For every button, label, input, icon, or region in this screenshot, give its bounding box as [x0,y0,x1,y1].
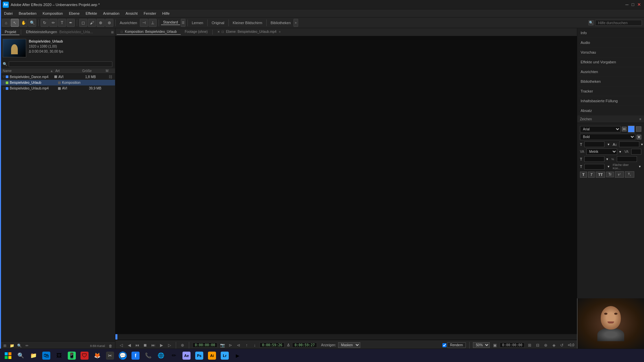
taskbar-play[interactable]: ▶ [232,350,243,361]
menu-animation[interactable]: Animation [100,11,122,16]
render-checkbox[interactable] [442,343,446,347]
taskbar-store[interactable]: 🛍 [41,350,52,361]
time-end[interactable]: 0:00:59:26 [260,343,284,348]
font-edit-icon[interactable]: ✏ [622,127,627,131]
new-folder-btn[interactable]: 📁 [9,343,15,349]
project-item-2[interactable]: ▽ Beispielvideo_Urlaub.mp4 AVI 39,9 MB [0,85,115,91]
ctrl-prev-frame[interactable]: ⏮ [134,342,140,348]
font-select[interactable]: Arial [580,126,621,132]
tab-ebene[interactable]: ✕ □ Ebene: Beispielvideo_Urlaub.mp4 ≡ [213,29,284,35]
taskbar-shield[interactable]: 🛡 [79,350,90,361]
ctrl-next-frame[interactable]: ⏭ [150,342,156,348]
ctrl-play-back[interactable]: ◀ [126,342,132,348]
close-button[interactable]: ✕ [637,2,641,7]
tool-align-2[interactable]: ⊥ [149,19,157,27]
search-btn[interactable]: 🔍 [16,343,23,349]
help-search-input[interactable] [595,20,642,26]
ctrl-aspect[interactable]: ▣ [492,342,498,348]
caps-btn[interactable]: TT [596,172,605,178]
ctrl-marker5[interactable]: ↺ [559,342,565,348]
tool-text[interactable]: T [58,19,66,27]
panel-effekte[interactable]: Effekte und Vorgaben [577,57,644,67]
taskbar-explorer[interactable]: 📁 [28,350,39,361]
panel-ausrichten[interactable]: Ausrichten [577,67,644,77]
workspace-standard[interactable]: Standard [161,20,180,25]
tool-zoom-in[interactable]: 🔍 [28,19,36,27]
workspace-original[interactable]: Original [210,21,226,25]
menu-ansicht[interactable]: Ansicht [123,11,140,16]
leading-input[interactable]: 325 Px [619,141,639,147]
menu-komposition[interactable]: Komposition [40,11,66,16]
font-size-input[interactable]: 300 Px [584,141,604,147]
zoom-select[interactable]: 50% [473,342,490,348]
project-search-input[interactable] [9,61,112,67]
ctrl-flow2[interactable]: ⊲ [235,342,241,348]
ctrl-marker1[interactable]: ⊞ [527,342,533,348]
taskbar-lr[interactable]: Lr [219,350,230,361]
panel-vorschau[interactable]: Vorschau [577,48,644,57]
flow-btn[interactable]: ✏ [23,343,30,349]
menu-bearbeiten[interactable]: Bearbeiten [16,11,39,16]
smallcaps-btn[interactable]: Tr [606,172,614,177]
ctrl-camera[interactable]: 📷 [219,342,225,348]
sub-btn[interactable]: T↓ [625,171,634,178]
panel-info[interactable]: Info [577,28,644,38]
minimize-button[interactable]: ─ [625,2,629,7]
ctrl-stop[interactable]: ⏹ [142,342,148,348]
tool-rotate[interactable]: ↻ [41,19,49,27]
panel-tracker[interactable]: Tracker [577,86,644,96]
project-item-0[interactable]: ▽ Beispielvideo_Dance.mp4 AVI 1,8 MB ⛓ [0,74,115,80]
workspace-small[interactable]: Kleiner Bildschirm [231,21,264,25]
stroke-color-box[interactable] [636,126,641,132]
panel-audio[interactable]: Audio [577,38,644,48]
tool-paint[interactable]: 🖌 [88,19,96,27]
taskbar-firefox[interactable]: 🦊 [92,350,103,361]
panel-absatz[interactable]: Absatz [577,106,644,116]
ctrl-flow4[interactable]: ↓ [252,342,258,348]
taskbar-scissors[interactable]: ✂ [105,350,115,361]
workspace-libraries[interactable]: Bibliotheken [269,21,293,25]
tool-brush[interactable]: ✏ [49,19,57,27]
ctrl-marker3[interactable]: ⊕ [543,342,549,348]
menu-effekte[interactable]: Effekte [83,11,100,16]
ctrl-marker2[interactable]: ⊟ [535,342,541,348]
indent-input[interactable]: 0 Px [584,164,604,170]
tab-projekt[interactable]: Projekt [1,29,19,35]
italic-btn[interactable]: T [588,172,595,178]
workspace-learn[interactable]: Lernen [190,21,205,25]
tool-hand[interactable]: ✋ [19,19,28,27]
style-chevron[interactable]: ▼ [637,135,641,139]
menu-ebene[interactable]: Ebene [66,11,82,16]
taskbar-browser[interactable]: 🌐 [156,350,166,361]
panel-menu-icon[interactable]: ≡ [111,29,114,35]
project-item-1[interactable]: ▽ Beispielvideo_Urlaub Komposition [0,80,115,85]
tool-pen[interactable]: ✒ [67,19,75,27]
kerning-input[interactable]: 10 [631,149,641,155]
workspace-expand[interactable]: » [293,19,298,27]
metric-select[interactable]: Metrik [586,148,618,155]
ctrl-play[interactable]: ▶ [158,342,164,348]
tool-home[interactable]: ⌂ [2,19,10,27]
time-current[interactable]: 0:00:00:00 [193,343,217,348]
tab-footage[interactable]: Footage (ohne) [181,29,212,35]
menu-fenster[interactable]: Fenster [141,11,159,16]
taskbar-photos[interactable]: 🖼 [54,350,64,361]
taskbar-search[interactable]: 🔍 [15,350,26,361]
trash-btn[interactable]: 🗑 [107,343,114,349]
tab-effekt[interactable]: Effekteinstellungen Beispielvideo_Urla..… [22,29,96,35]
super-btn[interactable]: T↑ [615,171,624,178]
maximize-button[interactable]: □ [631,2,635,7]
ctrl-arrow-left[interactable]: ◁ [118,342,124,348]
font-color-box[interactable] [628,126,635,132]
taskbar-whatsapp[interactable]: 📱 [66,350,77,361]
zeichen-expand[interactable]: ≡ [639,117,641,121]
tool-align-1[interactable]: ⊣ [140,19,148,27]
ctrl-marker4[interactable]: ◈ [551,342,557,348]
taskbar-ae[interactable]: Ae [181,350,192,361]
panel-bibliotheken[interactable]: Bibliotheken [577,77,644,86]
taskbar-start[interactable] [3,350,13,361]
playhead-marker[interactable] [115,334,117,340]
display-mode-select[interactable]: Masken [338,342,360,348]
taskbar-messenger[interactable]: 💬 [117,350,128,361]
tool-shape[interactable]: ◻ [79,19,87,27]
